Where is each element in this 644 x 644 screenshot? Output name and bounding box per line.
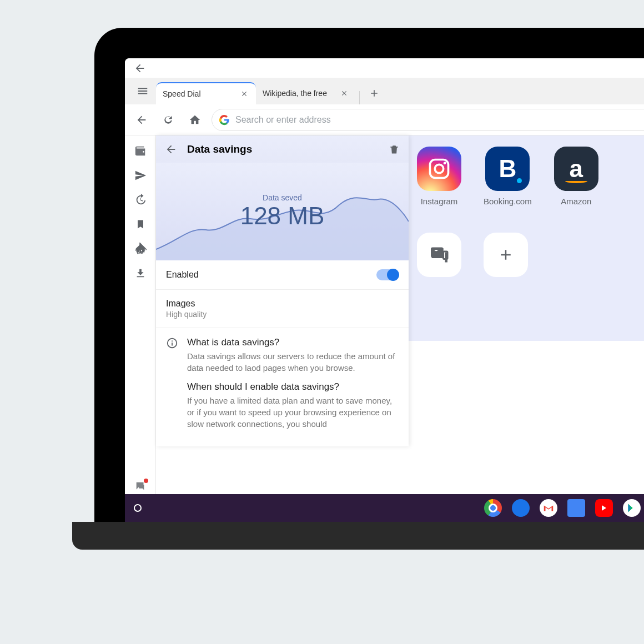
screen: Speed Dial Wikipedia, the free [125, 58, 644, 522]
data-savings-panel: Data savings Data seved 128 MB Enabled [156, 135, 409, 446]
home-button[interactable] [185, 110, 205, 130]
tab-label: Speed Dial [163, 89, 201, 98]
svg-point-1 [435, 164, 443, 173]
speed-dial-booking[interactable]: B Booking.com [484, 147, 532, 206]
speed-dial-label: Booking.com [484, 197, 532, 206]
svg-rect-6 [172, 343, 173, 346]
window-title-bar [125, 58, 644, 78]
taskbar-files-icon[interactable] [512, 499, 530, 517]
tab-wikipedia[interactable]: Wikipedia, the free [256, 82, 356, 104]
panel-title: Data savings [187, 143, 379, 155]
close-icon[interactable] [339, 88, 349, 98]
history-icon[interactable] [129, 189, 152, 211]
taskbar-chrome-icon[interactable] [484, 499, 502, 517]
svg-point-2 [444, 162, 446, 165]
speed-dial-page: Instagram B Booking.com a Amazon [156, 135, 644, 522]
taskbar-play-icon[interactable] [623, 499, 641, 517]
info-icon [166, 337, 178, 437]
svg-rect-7 [172, 340, 173, 341]
offline-icon[interactable] [129, 238, 152, 260]
main-menu-button[interactable] [129, 78, 156, 104]
speed-dial-instagram[interactable]: Instagram [417, 147, 461, 206]
launcher-icon[interactable] [134, 504, 142, 512]
speed-dial-sync-tile[interactable] [417, 233, 461, 277]
images-quality-row[interactable]: Images High quality [156, 290, 409, 328]
chart-value: 128 MB [240, 202, 325, 230]
divider [359, 91, 360, 104]
tab-label: Wikipedia, the free [263, 89, 327, 98]
toggle-switch[interactable] [376, 269, 399, 280]
enabled-label: Enabled [166, 270, 199, 280]
laptop-device-frame: Speed Dial Wikipedia, the free [94, 28, 644, 522]
left-rail [125, 135, 156, 522]
trash-icon[interactable] [389, 144, 400, 155]
window-back-icon[interactable] [134, 62, 146, 74]
speed-dial-row-2 [417, 233, 528, 277]
close-icon[interactable] [239, 89, 249, 99]
nav-back-button[interactable] [132, 110, 152, 130]
speed-dial-label: Amazon [561, 197, 591, 206]
info-answer-1: Data savings allows our servers to reduc… [187, 350, 399, 374]
booking-icon: B [485, 147, 530, 191]
instagram-icon [417, 147, 461, 191]
download-icon[interactable] [129, 262, 152, 284]
tab-speed-dial[interactable]: Speed Dial [156, 82, 256, 104]
panel-back-button[interactable] [165, 143, 177, 155]
address-input[interactable] [235, 115, 644, 125]
data-savings-chart: Data seved 128 MB [156, 163, 409, 260]
taskbar-gmail-icon[interactable] [540, 499, 557, 517]
tab-strip: Speed Dial Wikipedia, the free [125, 78, 644, 104]
enabled-toggle-row[interactable]: Enabled [156, 260, 409, 290]
os-taskbar [125, 494, 644, 522]
wallet-icon[interactable] [129, 140, 152, 162]
bookmark-icon[interactable] [129, 213, 152, 235]
new-tab-button[interactable] [363, 82, 385, 104]
notification-dot [144, 479, 148, 483]
info-question-2: When should I enable data savings? [187, 381, 399, 393]
taskbar-youtube-icon[interactable] [595, 499, 613, 517]
laptop-base [72, 522, 644, 550]
address-bar-row [125, 104, 644, 135]
speed-dial-label: Instagram [421, 197, 458, 206]
address-bar[interactable] [212, 109, 644, 131]
speed-dial-amazon[interactable]: a Amazon [554, 147, 598, 206]
google-icon [219, 114, 230, 125]
amazon-icon: a [554, 147, 598, 191]
info-answer-2: If you have a limited data plan and want… [187, 395, 399, 430]
send-icon[interactable] [129, 164, 152, 187]
taskbar-docs-icon[interactable] [567, 499, 585, 517]
images-value: High quality [166, 310, 399, 319]
speed-dial-row-1: Instagram B Booking.com a Amazon [417, 147, 598, 206]
chart-caption: Data seved [263, 193, 302, 202]
info-section: What is data savings? Data savings allow… [156, 328, 409, 446]
info-question-1: What is data savings? [187, 337, 399, 348]
speed-dial-add-tile[interactable] [484, 233, 528, 277]
panel-header: Data savings [156, 135, 409, 163]
images-label: Images [166, 299, 399, 309]
reload-button[interactable] [158, 110, 178, 130]
